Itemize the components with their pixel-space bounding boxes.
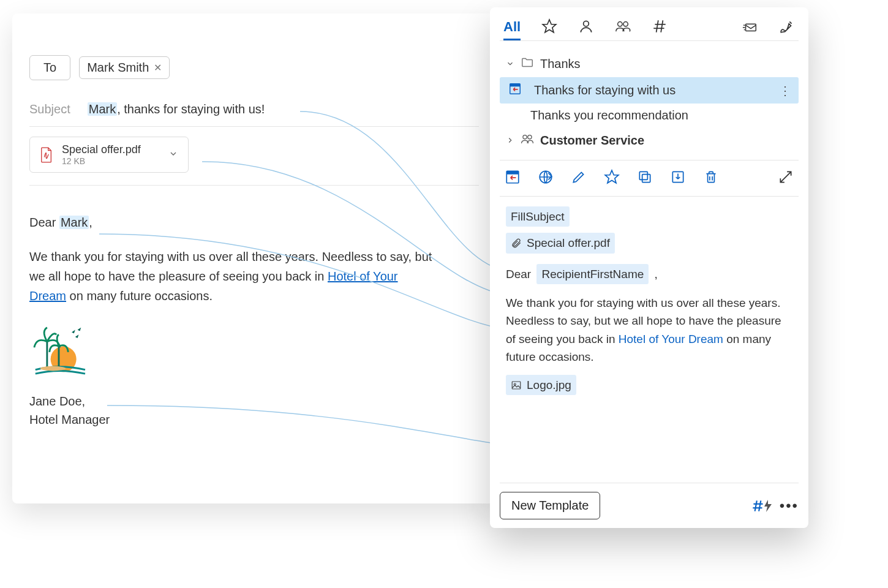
svg-rect-22: [642, 175, 650, 183]
svg-line-8: [657, 20, 658, 32]
greeting-post: ,: [89, 216, 92, 229]
body-paragraph: We thank you for staying with us over al…: [29, 247, 434, 306]
svg-line-9: [661, 20, 663, 32]
chevron-down-icon[interactable]: [168, 149, 178, 161]
tab-person[interactable]: [578, 18, 594, 34]
new-template-button[interactable]: New Template: [500, 492, 600, 519]
template-insert-icon: [508, 82, 522, 99]
folder-customer-service[interactable]: Customer Service: [500, 127, 799, 154]
svg-marker-21: [605, 170, 619, 183]
send-stack-icon: [742, 18, 758, 34]
hash-bolt-icon[interactable]: [750, 498, 772, 514]
people-icon: [615, 18, 631, 34]
tab-hash[interactable]: [652, 18, 668, 34]
pdf-icon: [40, 147, 53, 163]
subject-text-rest: , thanks for staying with us!: [117, 102, 265, 116]
import-icon[interactable]: [670, 169, 686, 187]
pencil-icon[interactable]: [571, 169, 587, 187]
subject-highlight: Mark: [88, 102, 117, 116]
template-item-2-label: Thanks you recommendation: [530, 108, 688, 123]
svg-rect-25: [512, 382, 521, 389]
preview-comma: ,: [655, 268, 658, 281]
svg-marker-31: [764, 500, 772, 512]
chevron-down-icon: [506, 57, 514, 71]
more-menu-icon[interactable]: •••: [780, 497, 799, 514]
preview-dear: Dear: [506, 268, 531, 281]
to-button[interactable]: To: [29, 55, 70, 80]
attachment-field-label: Special offer.pdf: [527, 234, 610, 252]
svg-point-5: [623, 22, 628, 26]
template-item-2[interactable]: Thanks you recommendation: [500, 104, 799, 127]
email-body[interactable]: Dear Mark, We thank you for staying with…: [29, 213, 479, 429]
template-preview: FillSubject Special offer.pdf Dear Recip…: [500, 197, 799, 483]
svg-point-1: [40, 366, 66, 371]
copy-icon[interactable]: [637, 169, 653, 187]
preview-paragraph: We thank you for staying with us over al…: [506, 294, 792, 366]
chevron-right-icon: [506, 134, 514, 148]
panel-footer: New Template •••: [500, 483, 799, 519]
svg-point-3: [584, 21, 589, 26]
person-icon: [578, 18, 594, 34]
recipient-name: Mark Smith: [87, 61, 149, 75]
signature-title: Hotel Manager: [29, 410, 479, 429]
svg-rect-15: [510, 84, 521, 87]
templates-panel: All Thanks: [490, 7, 808, 528]
svg-rect-23: [639, 172, 647, 179]
tab-all[interactable]: All: [503, 19, 521, 40]
insert-icon[interactable]: [505, 169, 521, 187]
more-icon[interactable]: ⋮: [779, 83, 792, 98]
remove-recipient-icon[interactable]: ✕: [154, 62, 162, 74]
template-tree: Thanks Thanks for staying with us ⋮ Than…: [500, 41, 799, 160]
logo-field[interactable]: Logo.jpg: [506, 375, 576, 395]
folder-icon: [521, 56, 534, 72]
paperclip-icon: [511, 238, 522, 249]
svg-marker-2: [543, 20, 556, 32]
svg-line-29: [754, 500, 756, 511]
body-post: on many future occasions.: [66, 289, 213, 303]
logo-field-label: Logo.jpg: [527, 376, 571, 394]
attachment-field[interactable]: Special offer.pdf: [506, 233, 615, 253]
tab-people[interactable]: [615, 18, 631, 34]
subject-input[interactable]: Mark, thanks for staying with us!: [88, 102, 265, 116]
template-item-selected[interactable]: Thanks for staying with us ⋮: [500, 77, 799, 104]
preview-hotel-link[interactable]: Hotel of Your Dream: [619, 333, 723, 345]
star-icon[interactable]: [604, 169, 620, 187]
svg-point-16: [523, 135, 527, 139]
svg-point-4: [618, 22, 622, 26]
tab-favorites[interactable]: [541, 18, 557, 34]
recipient-firstname-field[interactable]: RecipientFirstName: [536, 264, 649, 284]
expand-icon[interactable]: [778, 169, 794, 187]
edit-html-icon[interactable]: [538, 169, 554, 187]
tab-send[interactable]: [742, 18, 758, 34]
logo-image: [29, 324, 88, 377]
attachment-name: Special offer.pdf: [62, 143, 141, 156]
svg-rect-10: [746, 24, 756, 31]
tabs-bar: All: [500, 18, 799, 41]
greeting-pre: Dear: [29, 216, 59, 229]
greeting-line: Dear Mark,: [29, 213, 479, 232]
template-toolbar: [500, 160, 799, 197]
svg-rect-19: [506, 171, 519, 174]
tab-edit[interactable]: [779, 18, 795, 34]
trash-icon[interactable]: [703, 169, 719, 187]
attachment-size: 12 KB: [62, 156, 141, 166]
edit-sign-icon: [779, 18, 795, 34]
svg-point-17: [528, 135, 532, 139]
hash-icon: [652, 18, 668, 34]
svg-line-30: [759, 500, 761, 511]
people-icon: [521, 132, 534, 149]
fillsubject-field[interactable]: FillSubject: [506, 206, 570, 227]
folder-thanks-label: Thanks: [540, 57, 581, 71]
compose-window: To Mark Smith ✕ Subject Mark, thanks for…: [12, 13, 496, 503]
signature-name: Jane Doe,: [29, 392, 479, 410]
greeting-highlight: Mark: [59, 216, 89, 229]
star-icon: [541, 18, 557, 34]
folder-customer-service-label: Customer Service: [540, 134, 644, 148]
image-icon: [511, 380, 522, 391]
subject-label: Subject: [29, 102, 70, 116]
template-item-selected-label: Thanks for staying with us: [534, 83, 675, 97]
folder-thanks[interactable]: Thanks: [500, 51, 799, 77]
recipient-chip[interactable]: Mark Smith ✕: [79, 56, 170, 79]
attachment-card[interactable]: Special offer.pdf 12 KB: [29, 137, 189, 173]
